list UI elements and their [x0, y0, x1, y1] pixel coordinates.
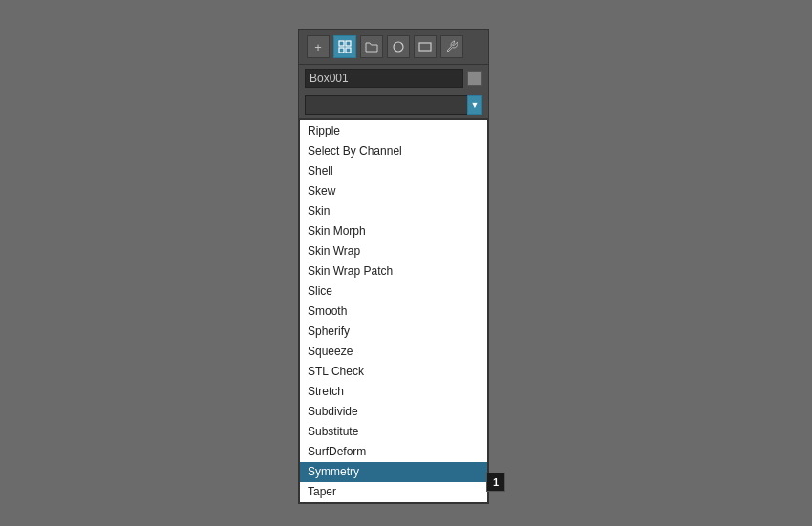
dropdown-arrow[interactable]: ▼: [467, 95, 482, 115]
list-item[interactable]: Taper: [300, 482, 487, 502]
add-button[interactable]: +: [307, 35, 330, 58]
list-item[interactable]: Skin: [300, 201, 487, 221]
badge: 1: [486, 473, 505, 492]
list-item[interactable]: Squeeze: [300, 342, 487, 362]
svg-rect-5: [419, 43, 431, 51]
grid-button[interactable]: [333, 35, 356, 58]
list-item[interactable]: Symmetry: [300, 462, 487, 482]
list-item[interactable]: Skin Wrap Patch: [300, 262, 487, 282]
svg-rect-0: [339, 41, 344, 46]
list-item[interactable]: Smooth: [300, 302, 487, 322]
folder-button[interactable]: [360, 35, 383, 58]
dropdown-row: ▼: [299, 92, 488, 119]
svg-point-4: [394, 42, 403, 52]
object-name-input[interactable]: [305, 69, 463, 88]
list-item[interactable]: Subdivide: [300, 402, 487, 422]
list-item[interactable]: Skin Morph: [300, 221, 487, 242]
wrench-button[interactable]: [440, 35, 463, 58]
list-item[interactable]: Skew: [300, 181, 487, 201]
list-item[interactable]: SurfDeform: [300, 442, 487, 462]
color-swatch[interactable]: [467, 71, 482, 86]
list-item[interactable]: Ripple: [300, 121, 487, 141]
svg-rect-3: [346, 48, 351, 53]
list-item[interactable]: Substitute: [300, 422, 487, 442]
list-item[interactable]: Stretch: [300, 382, 487, 402]
svg-rect-2: [339, 48, 344, 53]
list-item[interactable]: Slice: [300, 282, 487, 302]
rect-button[interactable]: [414, 35, 437, 58]
list-container: ProjectionProOptimizerPushQuadify MeshRe…: [299, 119, 488, 503]
list-item[interactable]: Skin Wrap: [300, 242, 487, 262]
list-item[interactable]: Select By Channel: [300, 141, 487, 161]
modifier-panel: +: [298, 29, 489, 504]
toolbar: +: [299, 30, 488, 65]
list-item[interactable]: Spherify: [300, 322, 487, 342]
list-item[interactable]: STL Check: [300, 362, 487, 382]
modifier-dropdown[interactable]: [305, 95, 468, 115]
list-wrapper: ProjectionProOptimizerPushQuadify MeshRe…: [299, 119, 488, 503]
name-row: [299, 65, 488, 92]
svg-rect-1: [346, 41, 351, 46]
circle-button[interactable]: [387, 35, 410, 58]
modifier-list[interactable]: ProjectionProOptimizerPushQuadify MeshRe…: [300, 120, 487, 502]
list-item[interactable]: Shell: [300, 161, 487, 181]
